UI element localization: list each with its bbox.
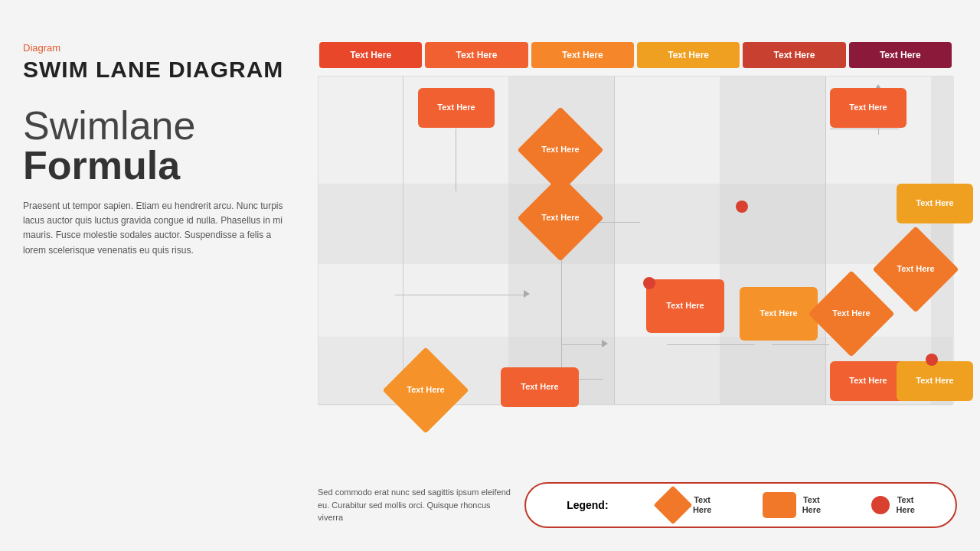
- diagram-area: Text Here Text Here Text Here Text Here …: [318, 42, 953, 478]
- rect-r4[interactable]: Text Here: [830, 88, 906, 128]
- legend-item-2-label: TextHere: [802, 495, 821, 515]
- line-v1: [456, 129, 456, 191]
- diamond-d5-label: Text Here: [407, 385, 444, 395]
- tab-1[interactable]: Text Here: [319, 42, 422, 68]
- description-text: Praesent ut tempor sapien. Etiam eu hend…: [23, 199, 283, 258]
- rect-r4dup-label: Text Here: [849, 376, 887, 386]
- lanes-container: Text Here Text Here Text Here Text Here …: [318, 76, 953, 405]
- legend-item-3-label: TextHere: [896, 495, 914, 515]
- rect-r4-label: Text Here: [849, 103, 887, 112]
- legend-footnote: Sed commodo erat nunc sed sagittis ipsum…: [318, 486, 517, 524]
- formula-subheading: Formula: [23, 145, 314, 185]
- line-h5: [772, 344, 829, 345]
- tab-4[interactable]: Text Here: [637, 42, 740, 68]
- diagram-label: Diagram: [23, 42, 314, 54]
- rect-r5[interactable]: Text Here: [897, 184, 973, 223]
- arrow-right-1: [524, 290, 530, 298]
- legend-item-1: TextHere: [659, 491, 711, 519]
- tab-6[interactable]: Text Here: [849, 42, 952, 68]
- tabs-row: Text Here Text Here Text Here Text Here …: [318, 42, 953, 68]
- legend-item-2: TextHere: [763, 492, 821, 518]
- dot-1: [736, 201, 748, 213]
- line-h4: [667, 344, 755, 345]
- rect-r6-label: Text Here: [521, 382, 558, 392]
- line-h3: [561, 344, 603, 345]
- page-title: SWIM LANE DIAGRAM: [23, 57, 314, 83]
- rect-r2-label: Text Here: [666, 301, 704, 311]
- diamond-d4-label: Text Here: [897, 264, 934, 274]
- legend-label: Legend:: [567, 499, 608, 511]
- rect-last[interactable]: Text Here: [897, 361, 973, 401]
- arrow-right-2: [602, 340, 608, 347]
- legend-item-3: TextHere: [871, 495, 914, 515]
- dot-3: [926, 354, 938, 366]
- rect-r3[interactable]: Text Here: [740, 287, 818, 341]
- rect-r1-label: Text Here: [437, 103, 475, 112]
- line-h7: [830, 129, 899, 129]
- legend-item-1-label: TextHere: [693, 495, 711, 515]
- row-shade-mid: [318, 184, 952, 264]
- legend-items: Legend: TextHere TextHere TextHere: [524, 482, 957, 528]
- diamond-d1-label: Text Here: [541, 145, 579, 155]
- rect-r4dup[interactable]: Text Here: [830, 361, 906, 401]
- rect-r1[interactable]: Text Here: [418, 88, 495, 128]
- tab-5[interactable]: Text Here: [743, 42, 845, 68]
- rect-r5-label: Text Here: [916, 198, 953, 208]
- line-v4: [561, 291, 562, 367]
- formula-heading: Swimlane: [23, 106, 314, 145]
- rect-r6[interactable]: Text Here: [501, 367, 579, 407]
- dot-2: [643, 277, 655, 289]
- tab-2[interactable]: Text Here: [425, 42, 528, 68]
- tab-3[interactable]: Text Here: [531, 42, 634, 68]
- rect-r2[interactable]: Text Here: [646, 279, 724, 333]
- rect-r3-label: Text Here: [760, 308, 797, 318]
- legend-dot-icon: [871, 496, 890, 514]
- diamond-d3-label: Text Here: [832, 308, 870, 318]
- line-h2: [395, 295, 525, 295]
- legend-section: Sed commodo erat nunc sed sagittis ipsum…: [318, 478, 957, 532]
- left-panel: Diagram SWIM LANE DIAGRAM Swimlane Formu…: [23, 42, 314, 258]
- diamond-d2-label: Text Here: [541, 213, 579, 223]
- rect-last-label: Text Here: [916, 376, 953, 386]
- legend-diamond-icon: [653, 486, 692, 525]
- legend-rect-icon: [763, 492, 796, 518]
